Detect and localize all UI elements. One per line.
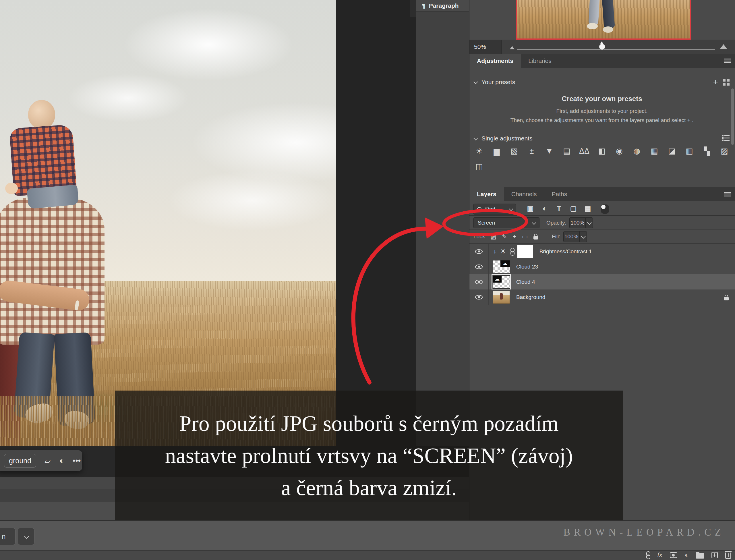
selective-color-icon[interactable]: ◫ — [474, 161, 484, 172]
more-options-icon[interactable]: ••• — [73, 456, 81, 465]
adjustment-icon[interactable]: ◐ — [59, 456, 64, 465]
divider — [469, 215, 735, 216]
eye-icon — [475, 280, 483, 284]
caption-line: a černá barva zmizí. — [281, 472, 457, 504]
chevron-down-icon — [532, 220, 536, 225]
lock-position-icon[interactable]: + — [513, 233, 516, 240]
new-adjustment-icon[interactable]: ◐ — [685, 551, 688, 559]
fill-input[interactable]: 100% — [563, 231, 587, 242]
tab-paragraph[interactable]: ¶ Paragraph — [416, 0, 469, 11]
single-adjustments-header[interactable]: Single adjustments — [474, 133, 731, 144]
invert-icon[interactable]: ◪ — [667, 145, 677, 157]
contextual-task-bar: ground ▱ ◐ ••• — [0, 450, 82, 471]
blend-mode-dropdown[interactable]: Screen — [473, 217, 539, 228]
tab-adjustments[interactable]: Adjustments — [469, 54, 521, 68]
person-child-head — [28, 100, 55, 129]
zoom-out-icon[interactable] — [510, 46, 515, 49]
filter-adjustment-icon[interactable]: ◐ — [541, 204, 549, 214]
threshold-icon[interactable]: ▚ — [702, 145, 712, 157]
visibility-toggle[interactable] — [469, 289, 489, 305]
paragraph-icon: ¶ — [422, 2, 425, 9]
tab-paths[interactable]: Paths — [544, 187, 574, 201]
lock-all-icon[interactable] — [533, 236, 538, 240]
single-adjustment-icons: ☀▆▧±▼▤ΔΔ◧◉◍▦◪▥▚▨ — [474, 145, 730, 160]
channel-mixer-icon[interactable]: ◍ — [632, 145, 642, 157]
lock-pixels-icon[interactable]: ✎ — [502, 233, 507, 240]
lock-artboard-icon[interactable]: ▭ — [522, 233, 528, 240]
new-layer-icon[interactable] — [711, 552, 718, 558]
cloud-thumb: ☁ — [493, 276, 501, 283]
your-presets-header[interactable]: Your presets + — [474, 77, 731, 87]
layer-thumbnail[interactable]: ☁ — [493, 275, 510, 289]
add-preset-icon[interactable]: + — [713, 77, 718, 87]
list-view-icon[interactable] — [722, 135, 730, 142]
remove-background-button[interactable]: ground — [4, 454, 36, 468]
layer-name[interactable]: Cloud 23 — [516, 264, 538, 270]
panel-menu-icon[interactable] — [724, 59, 731, 63]
vibrance-icon[interactable]: ▼ — [544, 145, 554, 157]
preview-shoe — [587, 23, 598, 29]
layer-style-icon[interactable]: fx — [657, 551, 662, 559]
brightness-adjustment-icon[interactable]: ☀ — [500, 248, 506, 255]
kind-filter-dropdown[interactable]: Kind — [473, 204, 516, 215]
visibility-toggle[interactable] — [469, 244, 489, 259]
color-balance-icon[interactable]: ΔΔ — [579, 145, 589, 157]
layer-mask-thumbnail[interactable] — [517, 245, 533, 258]
layer-thumbnail[interactable]: ☁ — [493, 260, 510, 273]
layer-thumbnail[interactable] — [493, 291, 510, 304]
layer-row-brightness-contrast[interactable]: ↓ ☀ Brightness/Contrast 1 — [469, 244, 735, 259]
zoom-value[interactable]: 50% — [469, 40, 501, 54]
filter-toggle[interactable] — [601, 204, 609, 214]
scrollbar-thumb[interactable] — [731, 88, 734, 145]
transform-icon[interactable]: ▱ — [45, 456, 51, 465]
layer-row-background[interactable]: Background — [469, 289, 735, 305]
divider — [469, 243, 735, 244]
filter-shape-icon[interactable]: ▢ — [569, 204, 577, 214]
layer-name[interactable]: Background — [516, 294, 545, 300]
lock-label: Lock: — [473, 233, 486, 240]
visibility-toggle[interactable] — [469, 259, 489, 274]
exposure-icon[interactable]: ± — [527, 145, 537, 157]
filter-type-icon[interactable]: T — [555, 204, 563, 214]
eye-icon — [475, 264, 483, 269]
zoom-slider-thumb[interactable] — [599, 44, 605, 50]
person-child-hand — [5, 183, 18, 194]
grid-view-icon[interactable] — [723, 79, 730, 86]
black-white-icon[interactable]: ◧ — [597, 145, 607, 157]
layer-row-cloud23[interactable]: ☁ Cloud 23 — [469, 259, 735, 275]
panel-menu-icon[interactable] — [724, 192, 731, 196]
filter-smart-object-icon[interactable]: ▤ — [584, 204, 592, 214]
new-group-icon[interactable] — [696, 553, 704, 559]
gradient-map-icon[interactable]: ▨ — [719, 145, 729, 157]
levels-icon[interactable]: ▆ — [492, 145, 501, 157]
tab-layers[interactable]: Layers — [469, 187, 504, 201]
canvas-photo — [0, 0, 336, 446]
cloud-thumb: ☁ — [500, 260, 510, 267]
single-adjustments-label: Single adjustments — [481, 135, 532, 142]
color-lookup-icon[interactable]: ▦ — [649, 145, 659, 157]
layer-name[interactable]: Cloud 4 — [516, 279, 535, 285]
photo-filter-icon[interactable]: ◉ — [614, 145, 624, 157]
delete-layer-icon[interactable] — [725, 553, 731, 559]
layer-name[interactable]: Brightness/Contrast 1 — [539, 248, 592, 255]
layers-tabbar: Layers Channels Paths — [469, 187, 735, 201]
caption-overlay: Pro použití JPG souborů s černým pozadím… — [115, 391, 623, 520]
lock-transparency-icon[interactable]: ▨ — [490, 233, 496, 240]
hue-saturation-icon[interactable]: ▤ — [562, 145, 572, 157]
tab-channels[interactable]: Channels — [504, 187, 544, 201]
eye-icon — [475, 249, 483, 254]
brightness-contrast-icon[interactable]: ☀ — [474, 145, 484, 157]
layer-row-cloud4-selected[interactable]: ☁ Cloud 4 — [469, 274, 735, 290]
presets-empty-line2: Then, choose the adjustments you want fr… — [469, 117, 735, 123]
zoom-slider-track[interactable] — [517, 49, 715, 50]
link-layers-icon[interactable] — [646, 551, 650, 559]
caption-line: Pro použití JPG souborů s černým pozadím — [179, 407, 558, 439]
zoom-in-icon[interactable] — [720, 44, 727, 49]
visibility-toggle[interactable] — [469, 274, 489, 289]
opacity-input[interactable]: 100% — [569, 217, 593, 228]
add-mask-icon[interactable] — [670, 552, 677, 558]
posterize-icon[interactable]: ▥ — [684, 145, 694, 157]
curves-icon[interactable]: ▧ — [509, 145, 519, 157]
filter-image-icon[interactable]: ▣ — [526, 204, 534, 214]
tab-libraries[interactable]: Libraries — [521, 54, 559, 68]
